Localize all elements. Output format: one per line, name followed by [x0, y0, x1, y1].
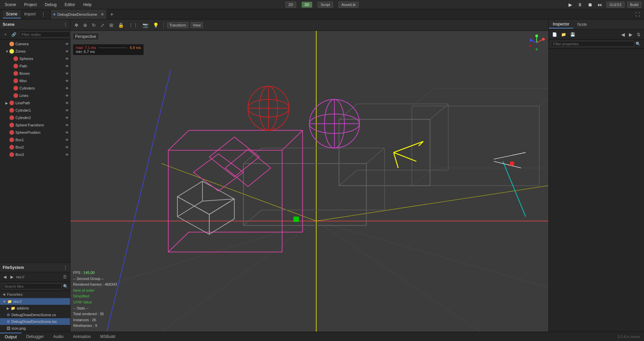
tree-arrow-zones[interactable]: ▼ [5, 50, 9, 53]
bottom-tab-audio[interactable]: Audio [49, 333, 68, 340]
tab-section-menu-icon[interactable]: ⋮ [39, 12, 48, 17]
fs-item-res[interactable]: ▼ 📁 res:// [0, 298, 70, 305]
tree-item-lines[interactable]: Lines 👁 [0, 92, 70, 99]
menu-center: 2D 3D Script AssetLib [285, 2, 359, 8]
gles3-button[interactable]: GLES3 [606, 2, 624, 8]
tree-item-spheres[interactable]: Spheres 👁 [0, 55, 70, 62]
inspector-file-icon[interactable]: 📄 [551, 32, 558, 38]
bottom-tab-output[interactable]: Output [0, 333, 21, 341]
fs-forward-button[interactable]: ▶ [9, 274, 15, 280]
snap-tool[interactable]: ⊞ [108, 22, 115, 29]
viewport[interactable]: ✥ ⊕ ↻ ⤢ ⊞ 🔒 ⋮⋮ 📷 💡 Transform View [70, 19, 548, 332]
eye-icon-box1[interactable]: 👁 [65, 138, 69, 142]
transform-button[interactable]: Transform [167, 22, 189, 28]
tree-item-sphereposition[interactable]: SpherePosition 👁 [0, 129, 70, 136]
fs-item-debugcs[interactable]: ⚙ DebugDrawDemoScene.cs [0, 311, 70, 318]
tree-item-camera[interactable]: Camera 👁 [0, 40, 70, 48]
inspector-tab-inspector[interactable]: Inspector [549, 20, 573, 29]
play-button[interactable]: ▶ [567, 1, 574, 8]
tree-item-cylinder1[interactable]: Cylinder1 👁 [0, 107, 70, 114]
linepath-icon [9, 101, 14, 105]
menu-debug[interactable]: Debug [43, 2, 58, 8]
link-button[interactable]: 🔗 [10, 32, 18, 38]
camera-tool[interactable]: 📷 [141, 22, 150, 29]
move-tool[interactable]: ⊕ [82, 22, 89, 29]
tree-item-linepath[interactable]: ▶ LinePath 👁 [0, 99, 70, 107]
eye-icon-camera[interactable]: 👁 [65, 42, 69, 46]
mode-2d[interactable]: 2D [285, 2, 296, 8]
inspector-save-icon[interactable]: 💾 [569, 32, 577, 38]
eye-icon-cylinders[interactable]: 👁 [65, 87, 69, 90]
mode-script[interactable]: Script [318, 2, 333, 8]
add-node-button[interactable]: ＋ [2, 31, 9, 38]
inspector-sort-icon[interactable]: ⇅ [635, 31, 642, 38]
bottom-tab-msbuild[interactable]: MSBuild [96, 333, 120, 340]
menu-project[interactable]: Project [22, 2, 39, 8]
tree-item-zones[interactable]: ▼ Zones 👁 [0, 48, 70, 55]
menu-scene[interactable]: Scene [3, 2, 18, 8]
menu-editor[interactable]: Editor [63, 2, 77, 8]
eye-icon-lines[interactable]: 👁 [65, 94, 69, 98]
eye-icon-box2[interactable]: 👁 [65, 146, 69, 149]
rotate-tool[interactable]: ↻ [91, 22, 97, 29]
search-files-input[interactable] [2, 283, 62, 289]
filter-properties-icon[interactable]: 🔍 [634, 41, 642, 47]
fs-menu-icon[interactable]: ⋮ [63, 265, 67, 270]
eye-icon-cylinder1[interactable]: 👁 [65, 109, 69, 112]
inspector-back-arrow[interactable]: ◀ [620, 31, 626, 38]
tree-item-box1[interactable]: Box1 👁 [0, 136, 70, 144]
eye-icon-cylinder2[interactable]: 👁 [65, 116, 69, 120]
tree-item-path[interactable]: Path 👁 [0, 62, 70, 70]
eye-icon-zones[interactable]: 👁 [65, 50, 69, 53]
tab-scene[interactable]: Scene [3, 10, 21, 18]
tree-item-boxes[interactable]: Boxes 👁 [0, 70, 70, 77]
scale-tool[interactable]: ⤢ [99, 22, 106, 29]
eye-icon-spheretransform[interactable]: 👁 [65, 123, 69, 127]
filter-nodes-input[interactable] [19, 32, 70, 38]
tab-file-active[interactable]: DebugDrawDemoScene ✕ [51, 9, 107, 19]
eye-icon-misc[interactable]: 👁 [65, 79, 69, 83]
menu-help[interactable]: Help [81, 2, 94, 8]
inspector-tab-node[interactable]: Node [573, 21, 591, 28]
build-button[interactable]: Build [627, 2, 641, 8]
inspector-folder-icon[interactable]: 📁 [560, 32, 568, 38]
eye-icon-spheres[interactable]: 👁 [65, 57, 69, 61]
tree-item-box3[interactable]: Box3 👁 [0, 151, 70, 158]
eye-icon-sphereposition[interactable]: 👁 [65, 131, 69, 134]
add-tab-button[interactable]: + [107, 10, 117, 19]
fs-view-button[interactable]: ☰ [62, 274, 68, 280]
next-button[interactable]: ⏭ [596, 1, 604, 8]
light-tool[interactable]: 💡 [152, 22, 160, 29]
select-tool[interactable]: ✥ [73, 22, 80, 29]
tree-item-box2[interactable]: Box2 👁 [0, 144, 70, 151]
fs-back-button[interactable]: ◀ [2, 274, 8, 280]
tree-item-cylinders[interactable]: Cylinders 👁 [0, 84, 70, 92]
stop-button[interactable]: ⏹ [586, 1, 594, 8]
mode-assetlib[interactable]: AssetLib [338, 2, 359, 8]
eye-icon-path[interactable]: 👁 [65, 64, 69, 68]
tab-import[interactable]: Import [21, 10, 39, 18]
grid-tool[interactable]: ⋮⋮ [127, 22, 139, 29]
pause-button[interactable]: ⏸ [576, 1, 584, 8]
filter-properties-input[interactable] [551, 41, 634, 47]
tree-item-cylinder2[interactable]: Cylinder2 👁 [0, 114, 70, 121]
fs-item-icon[interactable]: 🖼 icon.png [0, 325, 70, 332]
tree-arrow-linepath[interactable]: ▶ [5, 101, 9, 105]
viewport-canvas[interactable]: max: 7,1 ms ──────────── 6,9 ms min: 6,7… [70, 31, 548, 332]
fs-item-addons[interactable]: ▶ 📁 addons [0, 305, 70, 311]
bottom-tab-debugger[interactable]: Debugger [21, 333, 49, 340]
close-icon[interactable]: ✕ [101, 12, 104, 17]
lock-tool[interactable]: 🔒 [117, 22, 125, 29]
mode-3d[interactable]: 3D [302, 2, 312, 8]
fs-item-debugtsc[interactable]: ⚙ DebugDrawDemoScene.tsc [0, 318, 70, 325]
eye-icon-box3[interactable]: 👁 [65, 153, 69, 157]
scene-panel-menu[interactable]: ⋮ [63, 22, 67, 27]
tree-item-misc[interactable]: Misc 👁 [0, 77, 70, 84]
eye-icon-linepath[interactable]: 👁 [65, 101, 69, 105]
tree-item-spheretransform[interactable]: SphereTransform 👁 [0, 121, 70, 129]
eye-icon-boxes[interactable]: 👁 [65, 72, 69, 75]
bottom-tab-animation[interactable]: Animation [68, 333, 95, 340]
fullscreen-button[interactable]: ⛶ [634, 11, 641, 18]
inspector-forward-arrow[interactable]: ▶ [628, 31, 634, 38]
view-button[interactable]: View [191, 22, 203, 28]
